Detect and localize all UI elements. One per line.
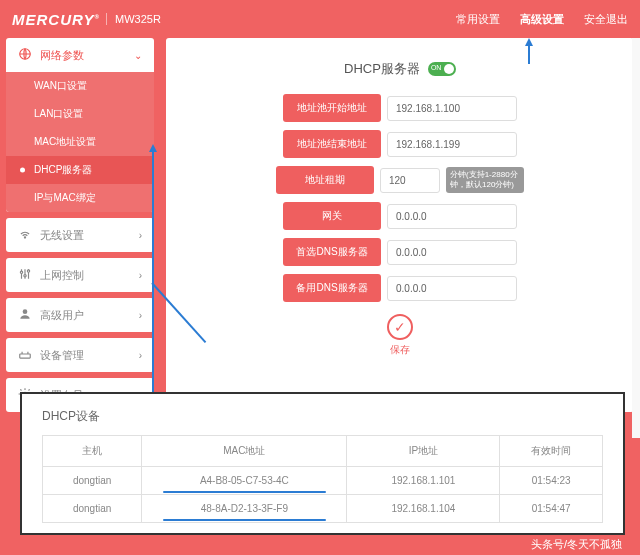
wifi-icon xyxy=(18,227,32,243)
chevron-right-icon: › xyxy=(139,230,142,241)
model-label: MW325R xyxy=(106,13,161,25)
scrollbar[interactable] xyxy=(632,38,640,438)
app-header: MERCURY® MW325R 常用设置 高级设置 安全退出 xyxy=(0,0,640,38)
devices-title: DHCP设备 xyxy=(42,408,603,425)
input-gateway[interactable] xyxy=(387,204,517,229)
nav-advanced[interactable]: 高级设置 xyxy=(520,12,564,27)
table-row: dongtian 48-8A-D2-13-3F-F9 192.168.1.104… xyxy=(43,495,603,523)
col-host: 主机 xyxy=(43,436,142,467)
input-pool-start[interactable] xyxy=(387,96,517,121)
user-icon xyxy=(18,307,32,323)
check-icon: ✓ xyxy=(387,314,413,340)
label-lease: 地址租期 xyxy=(276,166,374,194)
input-dns1[interactable] xyxy=(387,240,517,265)
dhcp-devices-panel: DHCP设备 主机 MAC地址 IP地址 有效时间 dongtian A4-B8… xyxy=(20,392,625,535)
col-time: 有效时间 xyxy=(500,436,603,467)
sidebar-device-mgmt[interactable]: 设备管理› xyxy=(6,338,154,372)
lease-hint: 分钟(支持1-2880分钟，默认120分钟) xyxy=(446,167,524,192)
chevron-right-icon: › xyxy=(139,310,142,321)
table-row: dongtian A4-B8-05-C7-53-4C 192.168.1.101… xyxy=(43,467,603,495)
brand-logo: MERCURY® xyxy=(12,11,100,28)
sidebar: 网络参数 ⌄ WAN口设置 LAN口设置 MAC地址设置 DHCP服务器 IP与… xyxy=(6,38,154,412)
input-dns2[interactable] xyxy=(387,276,517,301)
input-lease[interactable] xyxy=(380,168,440,193)
chevron-right-icon: › xyxy=(139,350,142,361)
sidebar-item-lan[interactable]: LAN口设置 xyxy=(6,100,154,128)
label-dns2: 备用DNS服务器 xyxy=(283,274,381,302)
sidebar-access-control[interactable]: 上网控制› xyxy=(6,258,154,292)
label-dns1: 首选DNS服务器 xyxy=(283,238,381,266)
nav-logout[interactable]: 安全退出 xyxy=(584,12,628,27)
svg-point-1 xyxy=(24,237,25,238)
chevron-right-icon: › xyxy=(139,270,142,281)
svg-point-5 xyxy=(23,309,28,314)
svg-rect-6 xyxy=(20,354,31,358)
input-pool-end[interactable] xyxy=(387,132,517,157)
globe-icon xyxy=(18,47,32,63)
page-title: DHCP服务器 xyxy=(186,60,614,78)
svg-point-2 xyxy=(20,271,22,273)
col-mac: MAC地址 xyxy=(142,436,347,467)
sidebar-advanced-user[interactable]: 高级用户› xyxy=(6,298,154,332)
top-nav: 常用设置 高级设置 安全退出 xyxy=(456,12,628,27)
sidebar-item-wan[interactable]: WAN口设置 xyxy=(6,72,154,100)
sidebar-network-params[interactable]: 网络参数 ⌄ xyxy=(6,38,154,72)
main-panel: DHCP服务器 地址池开始地址 地址池结束地址 地址租期分钟(支持1-2880分… xyxy=(166,38,634,412)
annotation-arrow xyxy=(528,40,530,64)
sidebar-item-mac[interactable]: MAC地址设置 xyxy=(6,128,154,156)
label-pool-end: 地址池结束地址 xyxy=(283,130,381,158)
label-pool-start: 地址池开始地址 xyxy=(283,94,381,122)
svg-point-4 xyxy=(27,270,29,272)
label-gateway: 网关 xyxy=(283,202,381,230)
sidebar-item-ipmac[interactable]: IP与MAC绑定 xyxy=(6,184,154,212)
svg-point-3 xyxy=(24,275,26,277)
sidebar-item-dhcp[interactable]: DHCP服务器 xyxy=(6,156,154,184)
sidebar-wireless[interactable]: 无线设置› xyxy=(6,218,154,252)
devices-table: 主机 MAC地址 IP地址 有效时间 dongtian A4-B8-05-C7-… xyxy=(42,435,603,523)
chevron-down-icon: ⌄ xyxy=(134,50,142,61)
attribution: 头条号/冬天不孤独 xyxy=(531,537,622,552)
sliders-icon xyxy=(18,267,32,283)
save-button[interactable]: ✓ 保存 xyxy=(186,314,614,357)
nav-common[interactable]: 常用设置 xyxy=(456,12,500,27)
router-icon xyxy=(18,347,32,363)
dhcp-toggle[interactable] xyxy=(428,62,456,76)
col-ip: IP地址 xyxy=(347,436,500,467)
